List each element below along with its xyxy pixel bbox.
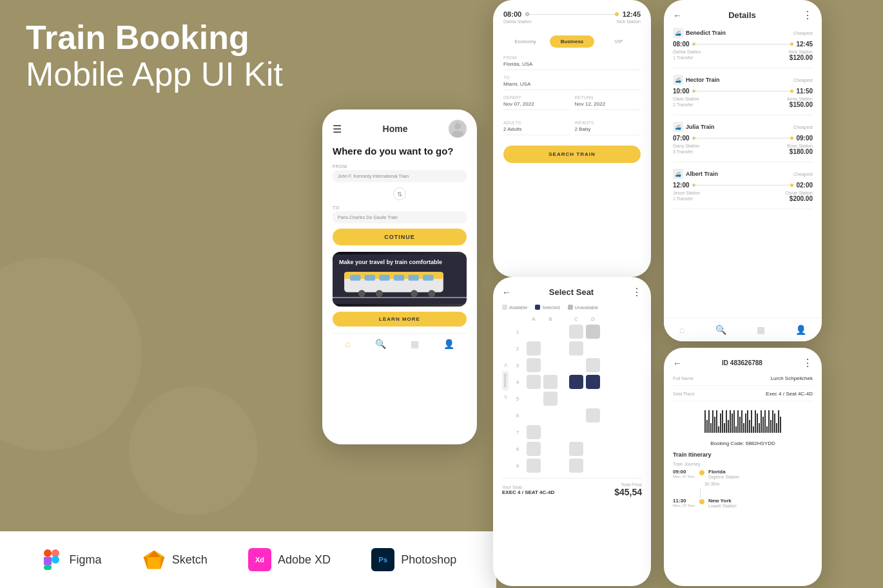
journey-label: Train Journey bbox=[673, 462, 813, 466]
figma-tool: Figma bbox=[40, 548, 102, 571]
svg-point-2 bbox=[52, 556, 59, 564]
tab-vip[interactable]: VIP bbox=[597, 35, 641, 48]
home-bottom-nav: ⌂ 🔍 ▦ 👤 bbox=[333, 333, 467, 349]
to-label: TO bbox=[333, 205, 467, 210]
list-back-button[interactable]: ← bbox=[673, 10, 682, 21]
date-fields: DEPART Nov 07, 2022 RETURN Nov 12, 2022 bbox=[503, 95, 641, 115]
list-nav-ticket[interactable]: ▦ bbox=[757, 325, 765, 335]
dep-time: 08:00 bbox=[503, 10, 521, 18]
hamburger-icon[interactable]: ☰ bbox=[333, 123, 342, 135]
arr-station: Nick Station bbox=[789, 50, 813, 54]
cheapest-badge: Cheapest bbox=[793, 31, 813, 35]
arr-station: Anna Station bbox=[787, 97, 813, 101]
screen-seat: ← Select Seat ⋮ Available Selected Unava… bbox=[493, 277, 651, 586]
continue-button[interactable]: COTINUE bbox=[333, 229, 467, 245]
cheapest-badge: Cheapest bbox=[793, 172, 813, 176]
field-label: Full Name bbox=[673, 376, 694, 381]
train-icon: 🚄 bbox=[673, 28, 683, 38]
screen-booking: ← ID 483626788 ⋮ Full Name Lurch Schpeli… bbox=[664, 348, 822, 586]
list-nav-search[interactable]: 🔍 bbox=[715, 325, 726, 335]
passenger-fields: ADULTS 2 Adults INFANTS 2 Baby bbox=[503, 120, 641, 140]
train-list-item[interactable]: 🚄 Benedict Train Cheapest 08:00 12:45 Da… bbox=[673, 28, 813, 68]
train-icon: 🚄 bbox=[673, 122, 683, 132]
search-from-label: FROM bbox=[503, 55, 641, 60]
booking-header: ← ID 483626788 ⋮ bbox=[673, 357, 813, 369]
phone-home-header: ☰ Home bbox=[333, 120, 467, 138]
dep-station: Dahlia Station bbox=[673, 50, 701, 54]
arr-time: 11:50 bbox=[796, 88, 813, 95]
list-more-button[interactable]: ⋮ bbox=[802, 9, 813, 21]
adults-value[interactable]: 2 Adults bbox=[503, 126, 570, 135]
banner-text: Make your travel by train comfortable bbox=[339, 258, 442, 267]
journey-stop: 09:00 Mon, 07 Nov Florida Daphne Station… bbox=[673, 469, 813, 498]
legend-selected: Selected bbox=[535, 305, 559, 310]
train-list-item[interactable]: 🚄 Hector Train Cheapest 10:00 11:50 Clar… bbox=[673, 75, 813, 115]
train-list-item[interactable]: 🚄 Albert Train Cheapest 12:00 02:00 Jess… bbox=[673, 169, 813, 209]
nav-home-icon[interactable]: ⌂ bbox=[345, 339, 350, 349]
search-to-value[interactable]: Miami, USA bbox=[503, 81, 641, 90]
sketch-tool: Sketch bbox=[142, 548, 208, 571]
col-c-label: C bbox=[569, 316, 583, 322]
booking-id: ID 483626788 bbox=[722, 359, 762, 366]
booking-field: Seat Place Exec 4 / Seat 4C-4D bbox=[673, 391, 813, 401]
search-from-value[interactable]: Florida, USA bbox=[503, 61, 641, 70]
train-price: $120.00 bbox=[790, 54, 813, 61]
infants-label: INFANTS bbox=[575, 120, 641, 125]
svg-rect-5 bbox=[44, 565, 52, 570]
infants-value[interactable]: 2 Baby bbox=[575, 126, 641, 135]
transfers: 2 Transfer bbox=[673, 102, 694, 107]
col-a-label: A bbox=[527, 316, 541, 322]
return-value[interactable]: Nov 12, 2022 bbox=[575, 101, 641, 110]
booking-more-button[interactable]: ⋮ bbox=[802, 357, 813, 369]
train-icon: 🚄 bbox=[673, 75, 683, 85]
nav-ticket-icon[interactable]: ▦ bbox=[411, 339, 419, 349]
svg-rect-18 bbox=[379, 275, 389, 281]
list-nav-profile[interactable]: 👤 bbox=[795, 325, 806, 335]
dep-time: 12:00 bbox=[673, 182, 690, 189]
col-d-label: D bbox=[586, 316, 600, 322]
swap-button[interactable]: ⇅ bbox=[393, 187, 406, 200]
sketch-icon bbox=[142, 548, 166, 571]
figma-icon bbox=[40, 548, 63, 571]
seat-back-button[interactable]: ← bbox=[502, 287, 511, 298]
home-heading: Where do you want to go? bbox=[333, 146, 467, 156]
screen-search: 08:00 12:45 Dahlia Station Nick Station … bbox=[493, 0, 651, 277]
screen-home: ☰ Home Where do you want to go? FROM Joh… bbox=[322, 109, 477, 444]
adults-label: ADULTS bbox=[503, 120, 570, 125]
booking-back-button[interactable]: ← bbox=[673, 358, 682, 368]
depart-value[interactable]: Nov 07, 2022 bbox=[503, 101, 570, 110]
seat-header: ← Select Seat ⋮ bbox=[502, 286, 642, 298]
barcode bbox=[673, 406, 813, 437]
train-list-item[interactable]: 🚄 Julia Train Cheapest 07:00 09:00 Garry… bbox=[673, 122, 813, 162]
nav-search-icon[interactable]: 🔍 bbox=[375, 339, 386, 349]
list-bottom-nav: ⌂ 🔍 ▦ 👤 bbox=[664, 318, 822, 341]
user-avatar[interactable] bbox=[449, 120, 467, 138]
seat-more-button[interactable]: ⋮ bbox=[632, 286, 642, 298]
field-value: Lurch Schpelichek bbox=[771, 375, 813, 381]
dep-station: Dahlia Station bbox=[503, 19, 532, 24]
to-input[interactable]: Paris-Charles De Gaulle Train bbox=[333, 211, 467, 223]
cheapest-badge: Cheapest bbox=[793, 125, 813, 129]
tab-economy[interactable]: Economy bbox=[503, 35, 547, 48]
svg-point-24 bbox=[411, 290, 418, 297]
from-label: FROM bbox=[333, 164, 467, 169]
nav-profile-icon[interactable]: 👤 bbox=[443, 339, 454, 349]
dep-time: 10:00 bbox=[673, 88, 690, 95]
svg-rect-21 bbox=[423, 275, 433, 281]
list-nav-home[interactable]: ⌂ bbox=[679, 325, 684, 335]
train-price: $150.00 bbox=[790, 101, 813, 108]
tab-business[interactable]: Business bbox=[550, 35, 594, 48]
journey-stop: 11:30 Mon, 07 Nov New York Lowell Statio… bbox=[673, 498, 813, 508]
arr-station: Nick Station bbox=[617, 19, 641, 24]
learn-more-button[interactable]: LEARN MORE bbox=[333, 312, 467, 327]
booking-code: Booking Code: 6882HSYDD bbox=[673, 441, 813, 446]
search-train-button[interactable]: SEARCH TRAIN bbox=[503, 146, 641, 163]
legend-unavailable: Unavailable bbox=[568, 305, 599, 310]
return-label: RETURN bbox=[575, 95, 641, 100]
your-seat-value: EXEC 4 / SEAT 4C-4D bbox=[502, 489, 554, 495]
train-price: $180.00 bbox=[790, 148, 813, 155]
train-icon: 🚄 bbox=[673, 169, 683, 179]
transfers: 1 Transfer bbox=[673, 55, 694, 60]
svg-point-23 bbox=[376, 290, 383, 297]
from-input[interactable]: John F. Kennedy International Train bbox=[333, 170, 467, 182]
